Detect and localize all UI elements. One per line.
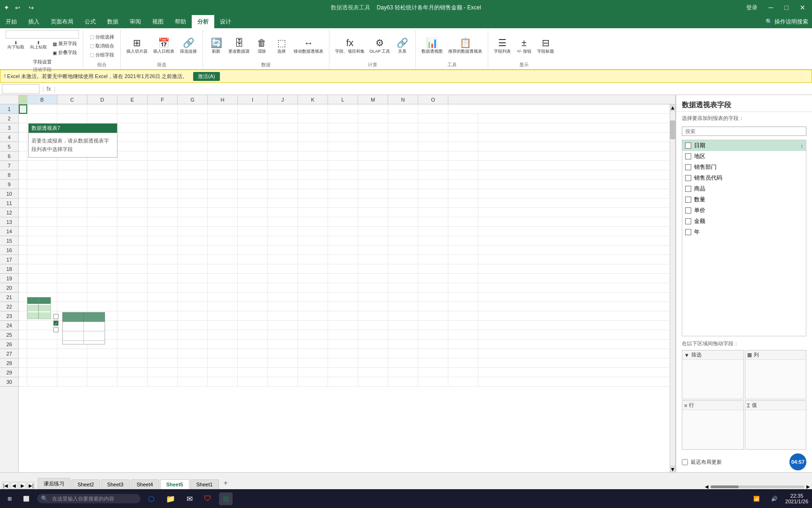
grid-cell[interactable] (117, 217, 148, 227)
cell-L1[interactable] (328, 104, 358, 114)
sound-button[interactable]: 🔊 (767, 494, 781, 504)
grid-cell[interactable] (178, 340, 208, 349)
grid-cell[interactable] (448, 311, 478, 321)
grid-cell[interactable] (418, 283, 448, 293)
grid-cell[interactable] (388, 274, 418, 283)
grid-cell[interactable] (328, 161, 358, 170)
grid-cell[interactable] (298, 340, 328, 349)
grid-cell[interactable] (328, 311, 358, 321)
grid-cell[interactable] (358, 142, 388, 151)
grid-cell[interactable] (148, 180, 178, 189)
grid-cell[interactable] (238, 217, 268, 227)
grid[interactable]: 数据透视表7 若要生成报表，请从数据透视表字段列表中选择字段 (19, 104, 670, 472)
grid-cell[interactable] (418, 123, 448, 133)
col-header-N[interactable]: N (388, 95, 418, 104)
cell-E1[interactable] (117, 104, 148, 114)
col-header-L[interactable]: L (328, 95, 358, 104)
field-item-year[interactable]: 年 (682, 227, 806, 238)
expand-field-button[interactable]: ▦ 展开字段 (51, 40, 79, 48)
grid-cell[interactable] (208, 274, 238, 283)
grid-cell[interactable] (208, 330, 238, 340)
grid-cell[interactable] (388, 330, 418, 340)
tab-design[interactable]: 设计 (214, 15, 237, 28)
grid-cell[interactable] (298, 246, 328, 255)
grid-cell[interactable] (57, 170, 87, 180)
cell-M1[interactable] (358, 104, 388, 114)
grid-cell[interactable] (27, 217, 57, 227)
grid-cell[interactable] (148, 133, 178, 142)
value-zone-content[interactable] (745, 410, 806, 449)
sheet-tab-practice[interactable]: 课后练习 (38, 478, 70, 489)
grid-cell[interactable] (117, 170, 148, 180)
grid-cell[interactable] (148, 198, 178, 208)
grid-cell[interactable] (238, 302, 268, 311)
cell-A19[interactable] (19, 274, 27, 283)
grid-cell[interactable] (328, 208, 358, 217)
grid-cell[interactable] (328, 114, 358, 123)
grid-cell[interactable] (358, 246, 388, 255)
row-header-18[interactable]: 18 (0, 264, 18, 274)
grid-cell[interactable] (208, 368, 238, 377)
grid-cell[interactable] (358, 170, 388, 180)
row-header-11[interactable]: 11 (0, 198, 18, 208)
grid-cell[interactable] (358, 180, 388, 189)
grid-cell[interactable] (57, 114, 87, 123)
grid-cell[interactable] (117, 236, 148, 246)
grid-cell[interactable] (238, 114, 268, 123)
grid-cell[interactable] (298, 227, 328, 236)
grid-cell[interactable] (117, 311, 148, 321)
grid-cell[interactable] (298, 123, 328, 133)
grid-cell[interactable] (328, 349, 358, 358)
grid-cell[interactable] (148, 142, 178, 151)
grid-cell[interactable] (178, 151, 208, 161)
row-header-3[interactable]: 3 (0, 123, 18, 133)
grid-cell[interactable] (388, 340, 418, 349)
antivirus-button[interactable]: 🛡 (200, 492, 215, 505)
grid-cell[interactable] (388, 321, 418, 330)
grid-cell[interactable] (358, 264, 388, 274)
grid-cell[interactable] (448, 321, 478, 330)
field-checkbox-product[interactable] (685, 186, 691, 192)
grid-cell[interactable] (117, 123, 148, 133)
row-header-17[interactable]: 17 (0, 255, 18, 264)
grid-cell[interactable] (328, 189, 358, 198)
cell-F1[interactable] (148, 104, 178, 114)
field-item-product[interactable]: 商品 (682, 183, 806, 194)
grid-cell[interactable] (178, 274, 208, 283)
grid-cell[interactable] (208, 161, 238, 170)
active-field-input[interactable] (6, 30, 79, 39)
grid-cell[interactable] (268, 217, 298, 227)
grid-cell[interactable] (208, 321, 238, 330)
grid-cell[interactable] (238, 208, 268, 217)
grid-cell[interactable] (238, 283, 268, 293)
grid-cell[interactable] (388, 133, 418, 142)
grid-cell[interactable] (418, 302, 448, 311)
grid-cell[interactable] (418, 198, 448, 208)
grid-cell[interactable] (298, 264, 328, 274)
tab-page-layout[interactable]: 页面布局 (45, 15, 79, 28)
grid-cell[interactable] (358, 283, 388, 293)
grid-cell[interactable] (208, 236, 238, 246)
grid-cell[interactable] (298, 349, 328, 358)
grid-cell[interactable] (358, 274, 388, 283)
grid-cell[interactable] (87, 255, 117, 264)
cell-A18[interactable] (19, 264, 27, 274)
row-header-28[interactable]: 28 (0, 358, 18, 368)
row-header-27[interactable]: 27 (0, 349, 18, 358)
grid-cell[interactable] (27, 264, 57, 274)
cell-A11[interactable] (19, 198, 27, 208)
cell-A5[interactable] (19, 142, 27, 151)
row-header-26[interactable]: 26 (0, 340, 18, 349)
col-header-D[interactable]: D (87, 95, 117, 104)
grid-cell[interactable] (57, 236, 87, 246)
grid-cell[interactable] (178, 377, 208, 387)
tab-view[interactable]: 视图 (147, 15, 169, 28)
grid-cell[interactable] (328, 321, 358, 330)
row-header-5[interactable]: 5 (0, 142, 18, 151)
grid-cell[interactable] (448, 142, 478, 151)
grid-cell[interactable] (388, 264, 418, 274)
grid-cell[interactable] (298, 208, 328, 217)
grid-cell[interactable] (448, 283, 478, 293)
grid-cell[interactable] (87, 377, 117, 387)
grid-cell[interactable] (388, 255, 418, 264)
